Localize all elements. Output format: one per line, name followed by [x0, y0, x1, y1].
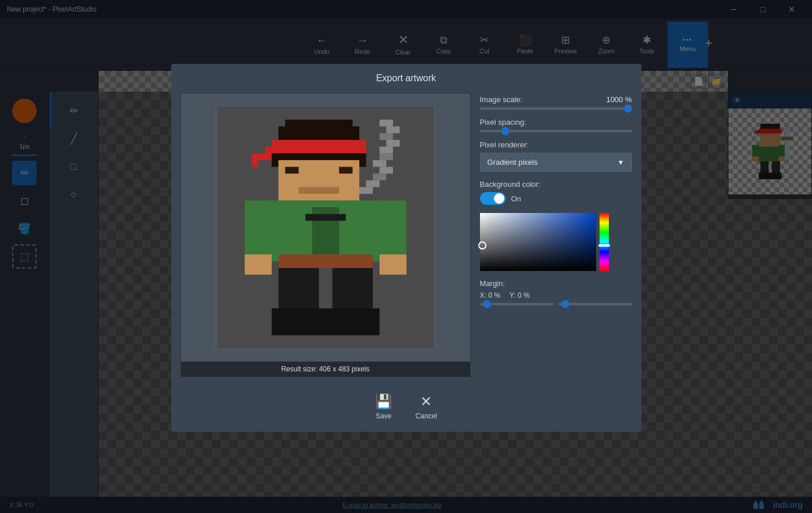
dialog-body: Result size: 406 x 483 pixels Image scal…	[171, 93, 641, 386]
svg-rect-48	[305, 214, 346, 221]
svg-rect-39	[251, 160, 258, 167]
margin-label: Margin:	[480, 279, 505, 288]
save-icon: 💾	[375, 393, 392, 410]
background-color-setting: Background color: On	[480, 180, 632, 271]
margin-y-label: Y: 0 %	[510, 291, 530, 299]
svg-rect-57	[278, 254, 373, 268]
margin-x-label: X: 0 %	[480, 291, 500, 299]
svg-rect-54	[332, 261, 373, 315]
svg-rect-36	[265, 147, 278, 154]
dialog-title: Export artwork	[171, 64, 641, 93]
svg-rect-56	[326, 308, 380, 335]
svg-rect-50	[244, 254, 271, 274]
background-color-label-row: Background color:	[480, 180, 632, 189]
save-label: Save	[376, 412, 391, 420]
background-toggle[interactable]	[480, 192, 506, 205]
result-size-display: Result size: 406 x 483 pixels	[181, 362, 470, 377]
margin-label-row: Margin:	[480, 279, 632, 288]
svg-rect-42	[285, 167, 298, 174]
pixel-renderer-label: Pixel renderer:	[480, 140, 529, 149]
toggle-on-label: On	[511, 194, 521, 203]
pixel-renderer-label-row: Pixel renderer:	[480, 140, 632, 149]
svg-rect-30	[373, 174, 386, 180]
image-scale-value: 1000 %	[606, 95, 631, 104]
color-gradient-picker[interactable]	[480, 213, 596, 271]
pixel-spacing-slider[interactable]	[480, 130, 632, 132]
svg-rect-51	[379, 201, 406, 262]
svg-rect-22	[379, 120, 392, 127]
margin-values-row: X: 0 % Y: 0 %	[480, 291, 632, 299]
chevron-down-icon: ▼	[618, 158, 625, 167]
modal-overlay: Export artwork	[0, 0, 812, 513]
toggle-knob	[494, 193, 504, 204]
preview-artwork	[215, 106, 436, 349]
svg-rect-28	[373, 160, 386, 167]
pixel-spacing-label: Pixel spacing:	[480, 118, 526, 127]
svg-rect-29	[379, 167, 392, 174]
svg-rect-25	[386, 140, 399, 147]
svg-rect-44	[298, 187, 339, 194]
svg-rect-23	[386, 127, 399, 133]
background-toggle-row: On	[480, 192, 632, 205]
margin-setting: Margin: X: 0 % Y: 0 %	[480, 279, 632, 305]
color-picker-handle[interactable]	[478, 241, 486, 250]
image-scale-slider[interactable]	[480, 107, 632, 110]
svg-rect-38	[251, 153, 265, 160]
preview-canvas	[181, 93, 470, 362]
background-color-label: Background color:	[480, 180, 541, 189]
image-scale-label-row: Image scale: 1000 %	[480, 95, 632, 104]
preview-area: Result size: 406 x 483 pixels	[181, 93, 471, 377]
svg-rect-55	[272, 308, 326, 335]
image-scale-label: Image scale:	[480, 95, 523, 104]
svg-rect-43	[339, 167, 352, 174]
save-button[interactable]: 💾 Save	[375, 393, 392, 420]
svg-rect-41	[278, 160, 359, 201]
pixel-renderer-dropdown[interactable]: Gradient pixels ▼	[480, 153, 632, 172]
cancel-label: Cancel	[416, 412, 437, 420]
dialog-footer: 💾 Save ✕ Cancel	[171, 386, 641, 432]
dialog-settings: Image scale: 1000 % Pixel spacing: Pixel…	[480, 93, 632, 377]
svg-rect-24	[379, 133, 392, 140]
svg-rect-49	[244, 201, 271, 262]
pixel-spacing-setting: Pixel spacing:	[480, 118, 632, 132]
image-scale-setting: Image scale: 1000 %	[480, 95, 632, 110]
margin-y-slider[interactable]	[558, 303, 632, 305]
cancel-button[interactable]: ✕ Cancel	[416, 393, 437, 420]
margin-sliders	[480, 303, 632, 305]
pixel-renderer-value: Gradient pixels	[488, 158, 538, 167]
svg-rect-27	[379, 153, 392, 160]
export-dialog: Export artwork	[171, 64, 641, 432]
cancel-icon: ✕	[420, 393, 432, 410]
pixel-renderer-setting: Pixel renderer: Gradient pixels ▼	[480, 140, 632, 172]
pixel-spacing-label-row: Pixel spacing:	[480, 118, 632, 127]
svg-rect-53	[278, 261, 319, 315]
svg-rect-52	[379, 254, 406, 274]
margin-x-slider[interactable]	[480, 303, 554, 305]
hue-handle[interactable]	[598, 244, 610, 247]
svg-rect-35	[272, 140, 366, 153]
gradient-black	[480, 213, 596, 271]
svg-rect-26	[379, 147, 392, 154]
svg-rect-32	[359, 187, 373, 194]
color-picker	[480, 213, 632, 271]
hue-gradient	[600, 213, 609, 271]
svg-rect-31	[366, 180, 379, 187]
hue-bar[interactable]	[600, 213, 609, 271]
